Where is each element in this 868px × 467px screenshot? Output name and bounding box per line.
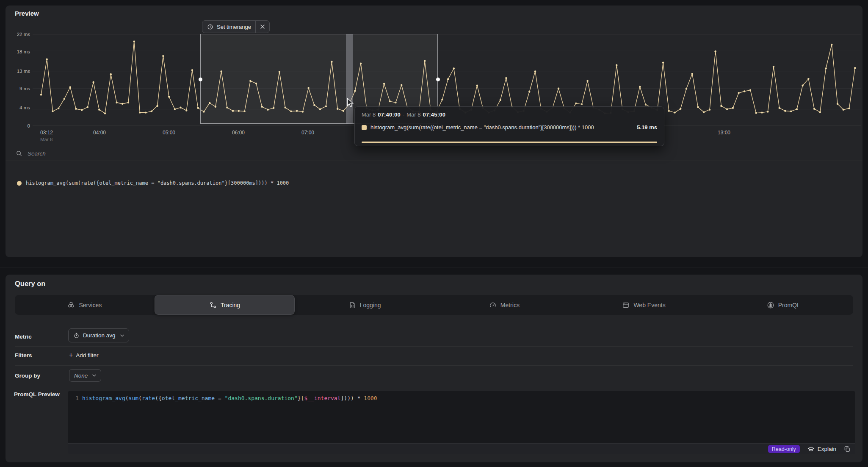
tooltip-series-row: histogram_avg(sum(rate({otel_metric_name… (362, 124, 657, 131)
clock-icon (207, 24, 213, 30)
selection-handle-right[interactable] (436, 78, 440, 81)
tab-label: Services (79, 302, 102, 309)
mouse-cursor (347, 98, 354, 107)
add-filter-button[interactable]: + Add filter (69, 349, 99, 361)
tab-tracing[interactable]: Tracing (155, 295, 295, 315)
query-on-panel: Query on Services Tracing Logg (6, 275, 862, 462)
tooltip-series-underline (362, 142, 657, 143)
y-axis-tick: 18 ms (6, 49, 30, 54)
chart-tooltip: Mar 8 07:40:00 - Mar 8 07:45:00 histogra… (354, 106, 664, 146)
services-icon (67, 301, 75, 309)
metric-label: Metric (15, 334, 32, 340)
plus-icon: + (69, 351, 73, 359)
line-number: 1 (68, 391, 79, 443)
selection-handle-left[interactable] (199, 78, 202, 81)
tooltip-series-value: 5.19 ms (637, 124, 657, 131)
tooltip-series-label: histogram_avg(sum(rate({otel_metric_name… (370, 124, 594, 131)
tab-web-events[interactable]: Web Events (574, 295, 714, 315)
promql-editor[interactable]: 1 histogram_avg(sum(rate({otel_metric_na… (68, 391, 855, 443)
tab-label: PromQL (778, 302, 800, 309)
preview-title: Preview (15, 10, 39, 17)
metrics-icon (489, 301, 497, 309)
search-input[interactable] (27, 150, 282, 157)
search-bar (6, 146, 862, 161)
hover-column (346, 34, 353, 124)
set-timerange-chip[interactable]: Set timerange (202, 20, 270, 33)
x-axis-tick: 03:12 Mar 8 (40, 130, 53, 142)
filters-label: Filters (15, 352, 32, 359)
logging-icon (348, 301, 356, 309)
search-icon (16, 150, 22, 157)
x-axis-tick: 13:00 (718, 130, 730, 136)
x-axis-date: Mar 8 (40, 137, 53, 142)
tab-logging[interactable]: Logging (295, 295, 434, 315)
tab-label: Logging (360, 302, 381, 309)
panel-divider (0, 267, 868, 267)
tab-label: Tracing (221, 302, 240, 309)
y-axis-tick: 13 ms (6, 69, 30, 74)
group-by-dropdown[interactable]: None (69, 369, 101, 382)
y-axis-tick: 4 ms (6, 105, 30, 110)
promql-preview-label: PromQL Preview (14, 391, 60, 398)
explain-button[interactable]: Explain (807, 446, 836, 452)
x-axis-tick: 04:00 (93, 130, 106, 136)
x-axis-tick: 05:00 (163, 130, 175, 136)
chevron-down-icon (120, 334, 124, 337)
y-axis-tick: 22 ms (6, 32, 30, 37)
query-on-tabs: Services Tracing Logging Metrics (15, 295, 853, 315)
tab-label: Metrics (500, 302, 520, 309)
group-by-label: Group by (15, 372, 40, 379)
preview-panel-header: Preview (6, 6, 862, 21)
query-on-title: Query on (15, 280, 45, 288)
tab-metrics[interactable]: Metrics (434, 295, 574, 315)
tab-label: Web Events (633, 302, 665, 309)
read-only-badge: Read-only (768, 445, 800, 453)
promql-code-line: histogram_avg(sum(rate({otel_metric_name… (82, 395, 377, 401)
tab-services[interactable]: Services (15, 295, 155, 315)
row-separator (15, 346, 853, 347)
preview-panel: Preview 22 ms 18 ms 13 ms 9 ms 4 ms 0 Se… (6, 6, 862, 257)
chevron-down-icon (92, 374, 96, 377)
metric-value: Duration avg (83, 332, 116, 339)
tracing-icon (209, 301, 217, 309)
tab-promql[interactable]: PromQL (713, 295, 853, 315)
stopwatch-icon (73, 332, 80, 339)
row-separator (15, 365, 853, 366)
y-axis-tick: 9 ms (6, 86, 30, 91)
y-axis-tick: 0 (6, 123, 30, 128)
tooltip-timerange: Mar 8 07:40:00 - Mar 8 07:45:00 (362, 111, 657, 118)
web-events-icon (622, 301, 630, 309)
set-timerange-label: Set timerange (217, 24, 251, 30)
group-by-value: None (74, 372, 88, 379)
series-swatch (362, 125, 367, 130)
graduation-cap-icon (807, 446, 815, 452)
close-icon[interactable] (256, 21, 269, 33)
copy-icon[interactable] (844, 446, 850, 452)
editor-status-bar: Read-only Explain (68, 443, 855, 454)
metric-dropdown[interactable]: Duration avg (68, 328, 129, 342)
promql-icon (767, 301, 774, 309)
legend-swatch (17, 181, 22, 186)
legend-query: histogram_avg(sum(rate({otel_metric_name… (26, 180, 289, 186)
x-axis-tick: 07:00 (301, 130, 314, 136)
x-axis-tick: 06:00 (232, 130, 245, 136)
legend-item[interactable]: histogram_avg(sum(rate({otel_metric_name… (17, 180, 289, 186)
